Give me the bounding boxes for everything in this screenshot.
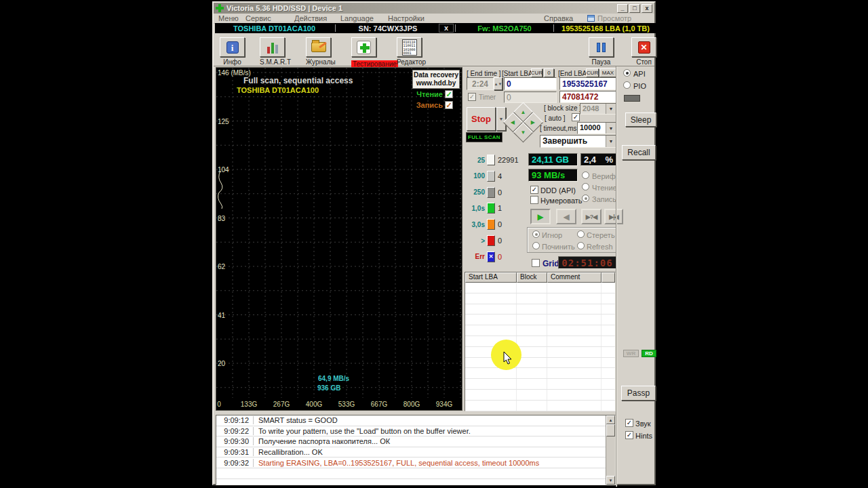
toolbar-smart-button[interactable]: S.M.A.R.T bbox=[260, 37, 285, 66]
end-lba-label: [End LBA] bbox=[558, 70, 589, 77]
write-curve-toggle: Запись ✓ bbox=[416, 101, 443, 109]
refresh-radio[interactable] bbox=[577, 242, 585, 249]
right-sidebar: API PIO Sleep Recall WR RD Passp ✓ Звук … bbox=[616, 66, 656, 487]
table-row bbox=[465, 358, 615, 369]
api-radio[interactable] bbox=[623, 69, 631, 77]
log-row-2: 9:09:30Получение паспорта накопителя... … bbox=[216, 436, 615, 447]
device-firmware: Fw: MS2OA750 bbox=[457, 24, 552, 33]
end-lba-field[interactable]: 1953525167 bbox=[559, 77, 616, 90]
table-cell bbox=[547, 401, 601, 411]
end-time-field[interactable]: 2:24 bbox=[467, 77, 494, 90]
sleep-button[interactable]: Sleep bbox=[625, 113, 656, 127]
toolbar-info-button[interactable]: i Инфо bbox=[220, 37, 245, 66]
menu-item-4[interactable]: Настройки bbox=[388, 14, 425, 22]
menu-help[interactable]: Справка bbox=[544, 14, 573, 22]
table-cell bbox=[465, 379, 517, 389]
start-lba-field[interactable]: 0 bbox=[504, 77, 557, 90]
toolbar-test-button[interactable]: Тестирование bbox=[351, 37, 376, 69]
log-panel[interactable]: 9:09:12SMART status = GOOD9:09:22To writ… bbox=[216, 415, 616, 485]
toolbar-editor-button[interactable]: 010110 110011 101000 0001 Редактор bbox=[397, 37, 422, 66]
graph-title: Full scan, sequential access bbox=[243, 76, 353, 85]
folder-icon bbox=[311, 42, 326, 52]
watermark: Data recovery www.hdd.by bbox=[412, 70, 460, 89]
rewind-button[interactable]: ◀ bbox=[556, 209, 576, 224]
log-scrollbar[interactable]: ▲ ▼ bbox=[606, 415, 615, 485]
end-time-spinner[interactable]: ▲▼ bbox=[494, 77, 502, 90]
read-curve-toggle: Чтение ✓ bbox=[416, 90, 443, 98]
pio-label: PIO bbox=[633, 82, 646, 90]
scan-stop-dropdown[interactable]: ▼ bbox=[496, 107, 506, 131]
log-message: Recallibration... OK bbox=[254, 448, 323, 456]
timeout-combo[interactable]: 10000▼ bbox=[577, 122, 616, 134]
verify-label: Вериф. bbox=[592, 172, 618, 180]
stop-x-icon: ✕ bbox=[638, 41, 650, 54]
block-size-combo[interactable]: 2048▼ bbox=[580, 103, 616, 115]
scroll-up-button[interactable]: ▲ bbox=[606, 415, 615, 424]
close-button[interactable]: x bbox=[642, 4, 652, 13]
speed-display: 93 MB/s bbox=[528, 169, 578, 182]
y-tick-3: 83 bbox=[218, 215, 225, 222]
seek-error-icon: ▶?◀ bbox=[586, 214, 597, 220]
menu-item-2[interactable]: Действия bbox=[294, 14, 327, 22]
menu-item-1[interactable]: Сервис bbox=[245, 14, 271, 22]
ddd-checkbox[interactable]: ✓ bbox=[530, 186, 538, 194]
minimize-button[interactable]: _ bbox=[617, 4, 628, 13]
start-lba-cur-button[interactable]: CUR bbox=[531, 68, 542, 77]
device-info-bar: TOSHIBA DT01ACA100 SN: 74CWX3JPS x Fw: M… bbox=[215, 23, 656, 33]
table-header-comment[interactable]: Comment bbox=[547, 272, 601, 283]
play-button[interactable]: ▶ bbox=[530, 209, 551, 224]
legend-count: 22991 bbox=[498, 156, 519, 164]
table-cell bbox=[517, 379, 547, 389]
read-mode-radio[interactable] bbox=[582, 183, 589, 190]
auto-checkbox[interactable]: ✓ bbox=[572, 113, 580, 121]
grid-checkbox[interactable] bbox=[532, 259, 540, 267]
table-cell bbox=[465, 304, 517, 314]
end-lba-cur-button[interactable]: CUR bbox=[586, 68, 599, 77]
log-message: To write your pattern, use the "Load" bu… bbox=[254, 427, 471, 435]
timer-field[interactable]: 0 bbox=[504, 92, 557, 103]
repair-radio[interactable] bbox=[532, 242, 540, 249]
ignore-radio[interactable] bbox=[532, 230, 540, 238]
erase-radio[interactable] bbox=[577, 230, 585, 238]
graph-cursor-position: 936 GB bbox=[317, 384, 340, 392]
device-model[interactable]: TOSHIBA DT01ACA100 bbox=[215, 24, 334, 33]
end-lba-max-button[interactable]: MAX bbox=[599, 68, 616, 77]
x-tick-2: 267G bbox=[273, 401, 290, 408]
device-close-button[interactable]: x bbox=[439, 24, 454, 33]
scan-graph[interactable]: Full scan, sequential access TOSHIBA DT0… bbox=[216, 67, 462, 411]
scan-stop-button[interactable]: Stop bbox=[467, 107, 496, 131]
maximize-button[interactable]: □ bbox=[629, 4, 640, 13]
write-checkbox[interactable]: ✓ bbox=[445, 101, 453, 109]
passp-button[interactable]: Passp bbox=[621, 386, 656, 401]
up-triangle-icon: ▲ bbox=[521, 109, 526, 115]
seek-error-button[interactable]: ▶?◀ bbox=[581, 209, 601, 224]
table-header-block[interactable]: Block bbox=[517, 272, 547, 283]
action-combo[interactable]: Завершить▼ bbox=[540, 135, 616, 148]
table-header-extra[interactable] bbox=[601, 272, 615, 283]
toolbar-stop-button[interactable]: ✕ Стоп bbox=[631, 37, 656, 66]
start-lba-zero-button[interactable]: 0 bbox=[544, 68, 554, 77]
legend-color-block bbox=[487, 219, 495, 230]
timer-checkbox[interactable]: ✓ bbox=[468, 93, 476, 101]
numerate-checkbox[interactable] bbox=[530, 196, 538, 204]
table-cell bbox=[547, 283, 601, 293]
read-checkbox[interactable]: ✓ bbox=[445, 90, 453, 98]
hints-checkbox[interactable]: ✓ bbox=[625, 431, 633, 439]
scroll-down-button[interactable]: ▼ bbox=[606, 476, 615, 485]
table-cell bbox=[517, 293, 547, 304]
menu-item-3[interactable]: Language bbox=[340, 14, 374, 22]
wr-indicator: WR bbox=[623, 350, 639, 357]
sound-label: Звук bbox=[635, 420, 651, 428]
pio-radio[interactable] bbox=[623, 81, 631, 89]
defect-table[interactable]: Start LBABlockComment bbox=[465, 272, 616, 411]
menu-item-0[interactable]: Меню bbox=[218, 14, 239, 22]
title-bar: Victoria 5.36 HDD/SSD | Device 1 _ □ x bbox=[214, 3, 654, 14]
toolbar-logs-button[interactable]: Журналы bbox=[306, 37, 331, 66]
verify-radio[interactable] bbox=[582, 171, 589, 179]
sound-checkbox[interactable]: ✓ bbox=[625, 419, 633, 427]
table-header-start-lba[interactable]: Start LBA bbox=[465, 272, 517, 283]
recall-button[interactable]: Recall bbox=[622, 145, 656, 160]
toolbar-pause-button[interactable]: Пауза bbox=[589, 37, 614, 66]
scrollbar-thumb[interactable] bbox=[606, 424, 615, 436]
write-mode-radio[interactable] bbox=[582, 195, 589, 202]
